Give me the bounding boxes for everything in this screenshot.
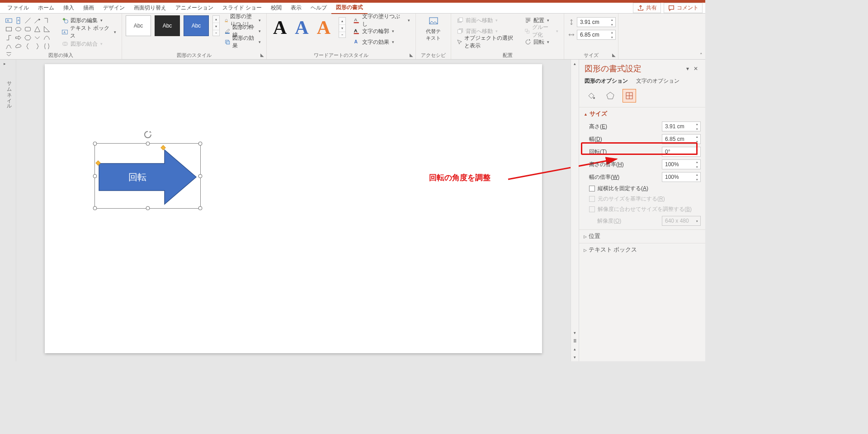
resolution-adj-label: 解像度に合わせてサイズを調整する(B) <box>598 205 701 213</box>
resolution-adj-checkbox <box>589 206 595 212</box>
svg-rect-30 <box>526 19 528 23</box>
wordart-2[interactable]: A <box>295 18 308 37</box>
alt-text-label: 代替テ キスト <box>426 28 441 42</box>
textbox-button[interactable]: A テキスト ボックス▾ <box>60 27 118 37</box>
width-icon <box>568 31 575 38</box>
ribbon: A A <box>0 14 705 60</box>
bring-forward-label: 前面へ移動 <box>466 17 493 24</box>
pane-title: 図形の書式設定 <box>585 63 684 74</box>
pane-close-button[interactable]: ✕ <box>692 65 700 72</box>
wordart-3[interactable]: A <box>317 18 330 37</box>
prop-scale-h-spin[interactable]: 100%▴▾ <box>662 159 701 169</box>
section-textbox[interactable]: ▷テキスト ボックス <box>579 243 705 257</box>
handle-br[interactable] <box>198 206 203 210</box>
slide[interactable]: 回転 回転の角度を調整 <box>45 64 542 353</box>
style-2[interactable]: Abc <box>155 15 180 36</box>
rotate-button[interactable]: 回転▾ <box>523 37 560 47</box>
thumbnail-rail[interactable]: ▸ サムネイル <box>0 60 16 361</box>
handle-bm[interactable] <box>146 206 150 210</box>
tab-help[interactable]: ヘルプ <box>306 2 331 14</box>
resolution-value: 640 x 480 <box>662 218 694 224</box>
text-fill-label: 文字の塗りつぶし <box>362 13 405 28</box>
canvas-scrollbar[interactable]: ▴ ▾≣▴▾ <box>571 60 579 361</box>
svg-rect-18 <box>226 41 230 44</box>
cat-size[interactable] <box>623 89 636 103</box>
handle-bl[interactable] <box>93 206 97 210</box>
arrow-line-icon <box>33 17 41 24</box>
adjust-handle-1[interactable] <box>161 145 166 150</box>
freeform-icon <box>5 42 13 50</box>
lock-aspect-checkbox[interactable] <box>589 186 595 191</box>
prop-scale-h-label: 高さの倍率(H) <box>589 161 659 168</box>
tab-slideshow[interactable]: スライド ショー <box>218 2 266 14</box>
selection-pane-icon <box>457 38 462 46</box>
style-gallery-more[interactable]: ▴▾⁼ <box>212 15 220 36</box>
tab-insert[interactable]: 挿入 <box>59 2 79 14</box>
svg-text:A: A <box>63 31 66 34</box>
tab-home[interactable]: ホーム <box>33 2 59 14</box>
handle-mr[interactable] <box>198 174 203 178</box>
pane-options-button[interactable]: ▾ <box>684 65 692 72</box>
handle-ml[interactable] <box>93 174 97 178</box>
handle-tl[interactable] <box>93 142 97 146</box>
tab-draw[interactable]: 描画 <box>79 2 99 14</box>
orig-size-checkbox <box>589 196 595 202</box>
size-launcher[interactable]: ◣ <box>611 52 617 58</box>
svg-text:A: A <box>354 17 357 22</box>
canvas-area[interactable]: 回転 回転の角度を調整 <box>16 60 571 361</box>
handle-tr[interactable] <box>198 142 203 146</box>
height-spin[interactable]: 3.91 cm▴▾ <box>577 17 616 27</box>
annotation-text: 回転の角度を調整 <box>429 173 491 183</box>
style-1[interactable]: Abc <box>126 15 151 36</box>
tab-design[interactable]: デザイン <box>99 2 129 14</box>
prop-height-spin[interactable]: 3.91 cm▴▾ <box>662 121 701 131</box>
selection-pane-button[interactable]: オブジェクトの選択と表示 <box>455 37 520 47</box>
alt-text-button[interactable]: 代替テ キスト <box>424 15 443 42</box>
tab-file[interactable]: ファイル <box>3 2 33 14</box>
tab-shape-format[interactable]: 図形の書式 <box>331 2 368 14</box>
styles-launcher[interactable]: ◣ <box>259 52 265 58</box>
merge-shapes-button: 図形の結合▾ <box>60 39 118 49</box>
rect-icon <box>5 25 13 33</box>
cat-fill[interactable] <box>585 89 598 103</box>
wordart-gallery[interactable]: A A A ▴▾⁼ <box>270 15 349 40</box>
handle-tm[interactable] <box>146 142 150 146</box>
style-gallery[interactable]: Abc Abc Abc ▴▾⁼ <box>126 15 220 36</box>
prop-width-label: 幅(D) <box>589 135 659 143</box>
section-position[interactable]: ▷位置 <box>579 229 705 243</box>
share-button[interactable]: 共有 <box>633 3 661 13</box>
edit-shape-button[interactable]: 図形の編集▾ <box>60 15 118 25</box>
tab-review[interactable]: 校閲 <box>266 2 286 14</box>
comment-button[interactable]: コメント <box>664 3 703 13</box>
tab-view[interactable]: 表示 <box>286 2 306 14</box>
wordart-1[interactable]: A <box>273 18 287 37</box>
text-effects-button[interactable]: A 文字の効果▾ <box>351 37 412 47</box>
wordart-gallery-more[interactable]: ▴▾⁼ <box>339 17 346 38</box>
tab-transition[interactable]: 画面切り替え <box>129 2 171 14</box>
shape-effects-button[interactable]: 図形の効果▾ <box>222 37 263 47</box>
text-fill-button[interactable]: A 文字の塗りつぶし▾ <box>351 15 412 25</box>
svg-rect-26 <box>459 18 463 21</box>
svg-rect-16 <box>225 33 230 33</box>
ribbon-collapse[interactable]: ˄ <box>700 52 703 58</box>
style-3[interactable]: Abc <box>184 15 209 36</box>
prop-scale-w-spin[interactable]: 100%▴▾ <box>662 172 701 182</box>
option-tab-text[interactable]: 文字のオプション <box>636 78 679 84</box>
svg-rect-22 <box>354 33 359 34</box>
wordart-launcher[interactable]: ◣ <box>408 52 415 58</box>
width-spin[interactable]: 6.85 cm▴▾ <box>577 30 616 40</box>
rotation-handle[interactable] <box>143 130 152 141</box>
option-tab-shape[interactable]: 図形のオプション <box>585 78 628 84</box>
adjust-handle-2[interactable] <box>95 160 100 165</box>
svg-line-5 <box>35 19 39 23</box>
text-outline-button[interactable]: A 文字の輪郭▾ <box>351 26 412 36</box>
group-button: グループ化▾ <box>523 26 560 36</box>
svg-rect-15 <box>225 21 228 22</box>
tab-animation[interactable]: アニメーション <box>171 2 218 14</box>
bring-forward-button: 前面へ移動▾ <box>455 15 520 25</box>
svg-text:A: A <box>7 19 9 22</box>
section-size[interactable]: ▲サイズ <box>579 107 705 121</box>
textbox-h-icon: A <box>5 17 13 24</box>
shapes-gallery[interactable]: A A <box>4 15 57 50</box>
cat-effects[interactable] <box>604 89 617 103</box>
